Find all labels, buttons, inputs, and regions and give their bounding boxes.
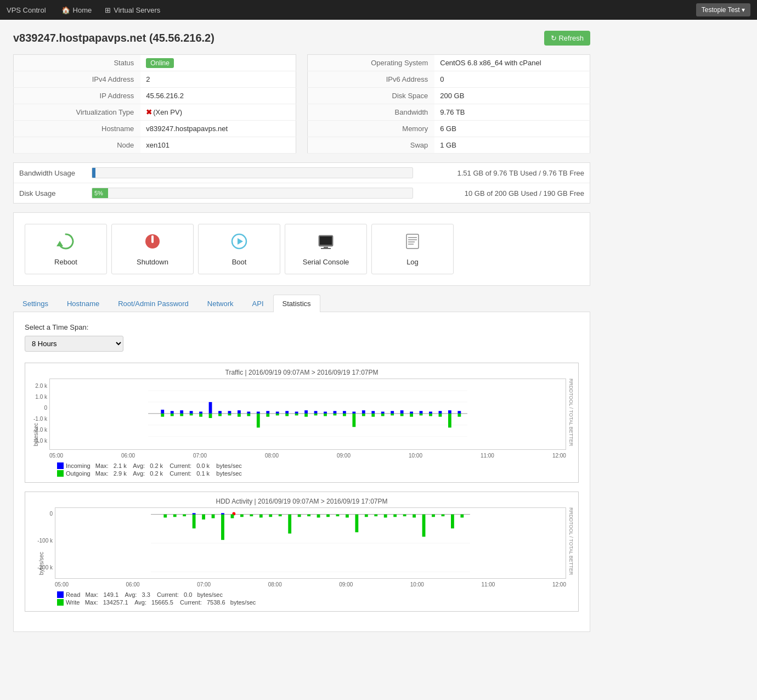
svg-rect-72 [352, 414, 355, 427]
info-label: IP Address [14, 88, 141, 104]
svg-rect-104 [307, 515, 310, 516]
svg-rect-109 [355, 515, 358, 533]
nav-virtual-servers[interactable]: ⊞ Virtual Servers [98, 2, 167, 19]
page-header: v839247.hostpapavps.net (45.56.216.2) ↻ … [13, 31, 590, 46]
svg-rect-33 [285, 411, 289, 414]
info-label: Virtualization Type [14, 104, 141, 121]
svg-rect-20 [161, 410, 164, 414]
time-span-select[interactable]: 1 Hour 2 Hours 4 Hours 8 Hours 12 Hours … [25, 336, 123, 352]
svg-rect-116 [422, 515, 426, 537]
tab-root-password[interactable]: Root/Admin Password [109, 295, 198, 312]
tabs: Settings Hostname Root/Admin Password Ne… [13, 295, 590, 312]
info-label: Memory [308, 121, 435, 137]
reboot-button[interactable]: Reboot [25, 224, 107, 274]
svg-rect-64 [276, 414, 279, 415]
table-row: IP Address 45.56.216.2 [14, 88, 296, 104]
svg-rect-74 [371, 414, 375, 417]
tab-network[interactable]: Network [198, 295, 243, 312]
svg-rect-22 [180, 410, 183, 414]
svg-rect-56 [199, 414, 202, 417]
user-menu-button[interactable]: Testopie Test ▾ [696, 3, 750, 16]
info-value: 1 GB [434, 137, 590, 154]
write-legend-dot [57, 599, 64, 606]
tab-api[interactable]: API [243, 295, 273, 312]
bandwidth-usage-row: Bandwidth Usage 1.51 GB of 9.76 TB Used … [14, 163, 590, 183]
svg-marker-4 [238, 238, 243, 245]
svg-rect-97 [240, 515, 244, 517]
navbar-right: Testopie Test ▾ [696, 3, 750, 16]
info-label: IPv6 Address [308, 71, 435, 88]
svg-rect-77 [400, 414, 404, 416]
hdd-x-ticks: 05:0006:0007:0008:0009:0010:0011:0012:00 [55, 582, 566, 588]
svg-rect-120 [460, 515, 464, 518]
svg-marker-0 [57, 241, 63, 246]
boot-button[interactable]: Boot [198, 224, 280, 274]
info-value: 45.56.216.2 [140, 88, 296, 104]
svg-rect-41 [362, 410, 365, 414]
table-row: Memory 6 GB [308, 121, 590, 137]
svg-rect-60 [238, 414, 241, 417]
svg-rect-39 [343, 411, 346, 414]
info-label: Disk Space [308, 88, 435, 104]
svg-rect-10 [408, 237, 417, 238]
svg-rect-24 [199, 411, 202, 413]
svg-rect-7 [324, 247, 328, 248]
boot-icon [230, 232, 248, 253]
page-title: v839247.hostpapavps.net (45.56.216.2) [13, 32, 214, 44]
info-label: Hostname [14, 121, 141, 137]
table-row: Node xen101 [14, 137, 296, 154]
svg-rect-42 [371, 411, 375, 414]
bandwidth-bar-container [92, 167, 413, 178]
hdd-chart: HDD Activity | 2016/09/19 09:07AM > 2016… [25, 492, 579, 612]
app-brand: VPS Control [7, 6, 46, 14]
refresh-button[interactable]: ↻ Refresh [544, 31, 590, 46]
svg-rect-65 [285, 414, 289, 416]
table-row: Virtualization Type ✖(Xen PV) [14, 104, 296, 121]
table-row: IPv4 Address 2 [14, 71, 296, 88]
disk-usage-row: Disk Usage 5% 10 GB of 200 GB Used / 190… [14, 183, 590, 203]
shutdown-button[interactable]: Shutdown [111, 224, 194, 274]
svg-rect-53 [171, 414, 174, 416]
tab-statistics[interactable]: Statistics [273, 295, 320, 312]
log-icon [403, 232, 422, 253]
incoming-legend-dot [57, 462, 64, 469]
svg-rect-111 [374, 515, 377, 516]
traffic-side-label: RRDDTOOL / TOTAL BETTER [566, 379, 574, 461]
disk-bar: 5% [92, 188, 108, 198]
tabs-section: Settings Hostname Root/Admin Password Ne… [13, 295, 590, 312]
disk-bar-container: 5% [92, 188, 413, 199]
svg-rect-114 [403, 515, 406, 516]
tab-hostname[interactable]: Hostname [58, 295, 109, 312]
hdd-chart-svg [55, 507, 566, 579]
svg-rect-2 [151, 235, 154, 243]
reboot-label: Reboot [54, 258, 77, 266]
svg-rect-113 [393, 515, 397, 517]
svg-rect-83 [457, 414, 461, 417]
svg-rect-67 [304, 414, 308, 417]
nav-home[interactable]: 🏠 Home [55, 2, 99, 19]
info-value: CentOS 6.8 x86_64 with cPanel [434, 55, 590, 71]
tab-settings[interactable]: Settings [13, 295, 58, 312]
serial-console-label: Serial Console [303, 258, 349, 266]
traffic-x-ticks: 05:0006:0007:0008:0009:0010:0011:0012:00 [49, 453, 566, 459]
boot-label: Boot [232, 258, 247, 266]
svg-rect-55 [190, 414, 193, 415]
info-label: Swap [308, 137, 435, 154]
info-label: Node [14, 137, 141, 154]
svg-rect-11 [408, 239, 417, 240]
serial-console-button[interactable]: Serial Console [285, 224, 367, 274]
traffic-y-label: bytes/sec [33, 379, 39, 446]
svg-rect-92 [193, 515, 196, 529]
svg-rect-118 [442, 515, 445, 516]
svg-rect-59 [228, 414, 231, 415]
info-label: Operating System [308, 55, 435, 71]
svg-rect-80 [429, 414, 432, 416]
svg-rect-38 [334, 411, 337, 414]
svg-rect-117 [432, 515, 435, 517]
main-content: v839247.hostpapavps.net (45.56.216.2) ↻ … [0, 20, 603, 643]
svg-rect-119 [451, 515, 454, 529]
traffic-chart-svg [49, 379, 566, 450]
log-button[interactable]: Log [371, 224, 454, 274]
traffic-chart-title: Traffic | 2016/09/19 09:07AM > 2016/09/1… [30, 369, 574, 376]
svg-rect-96 [231, 515, 234, 518]
